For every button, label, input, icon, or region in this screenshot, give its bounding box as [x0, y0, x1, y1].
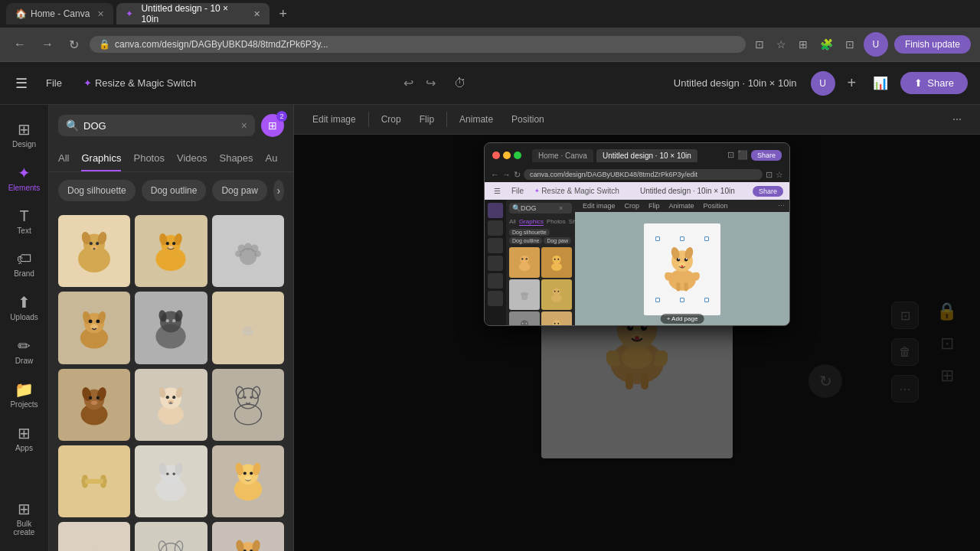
selection-handle-br[interactable]	[704, 298, 709, 302]
grid-item-8[interactable]	[135, 369, 207, 441]
flip-button[interactable]: Flip	[413, 111, 440, 128]
screen-cast-button[interactable]: ⊡	[842, 35, 858, 54]
undo-button[interactable]: ↩	[399, 73, 418, 93]
popup-grid-4[interactable]	[541, 279, 572, 310]
screen-share-button[interactable]: ⊡	[752, 35, 767, 54]
popup-addr-action-1[interactable]: ⊡	[766, 170, 773, 180]
popup-address-input[interactable]	[524, 169, 763, 180]
sidebar-item-design[interactable]: ⊞ Design	[5, 114, 44, 155]
add-user-button[interactable]: +	[843, 73, 861, 93]
tab-shapes[interactable]: Shapes	[219, 146, 253, 171]
sidebar-item-elements[interactable]: ✦ Elements	[5, 158, 44, 198]
magic-switch-button[interactable]: Resize & Magic Switch	[77, 74, 202, 92]
grid-item-13[interactable]	[58, 522, 130, 551]
chip-outline[interactable]: Dog outline	[142, 180, 207, 201]
chip-paw[interactable]: Dog paw	[212, 180, 266, 201]
timer-button[interactable]: ⏱	[449, 73, 471, 93]
crop-button[interactable]: Crop	[375, 111, 407, 128]
popup-sidebar-5[interactable]	[488, 273, 503, 289]
browser-avatar[interactable]: U	[864, 32, 888, 57]
grid-item-7[interactable]	[58, 369, 130, 441]
selection-handle-tl[interactable]	[655, 236, 660, 241]
popup-share-button[interactable]: Share	[753, 186, 783, 197]
popup-menu-button[interactable]: ☰	[491, 185, 504, 197]
popup-cat-all[interactable]: All	[509, 218, 516, 226]
popup-tab-home[interactable]: Home · Canva	[532, 149, 593, 162]
popup-selected-element[interactable]	[658, 239, 707, 300]
finish-update-button[interactable]: Finish update	[894, 35, 971, 54]
tab-photos[interactable]: Photos	[133, 146, 164, 171]
grid-item-3[interactable]	[212, 215, 284, 287]
design-tab-close[interactable]: ✕	[253, 9, 260, 19]
sidebar-item-brand[interactable]: 🏷 Brand	[5, 244, 44, 284]
filter-button[interactable]: ⊞ 2	[261, 114, 284, 137]
sidebar-item-uploads[interactable]: ⬆ Uploads	[5, 287, 44, 328]
analytics-button[interactable]: 📊	[868, 73, 893, 93]
puzzle-button[interactable]: 🧩	[817, 35, 836, 54]
popup-grid-6[interactable]	[541, 311, 572, 326]
search-clear-button[interactable]: ×	[241, 119, 247, 132]
chip-more-button[interactable]: ›	[273, 180, 284, 201]
popup-chip-2[interactable]: Dog outline	[509, 237, 542, 244]
tab-all[interactable]: All	[58, 146, 69, 171]
new-tab-button[interactable]: +	[273, 3, 293, 25]
edit-image-button[interactable]: Edit image	[306, 111, 362, 128]
grid-item-12[interactable]	[212, 445, 284, 517]
popup-addr-action-2[interactable]: ☆	[776, 170, 783, 180]
popup-forward[interactable]: →	[502, 170, 511, 179]
sidebar-item-apps[interactable]: ⊞ Apps	[5, 418, 44, 458]
popup-back[interactable]: ←	[491, 170, 499, 179]
popup-nav-2[interactable]: ⬛	[737, 150, 748, 161]
sidebar-item-text[interactable]: T Text	[5, 201, 44, 241]
popup-maximize-dot[interactable]	[514, 152, 521, 159]
popup-search-clear[interactable]: ×	[559, 204, 563, 212]
popup-close-dot[interactable]	[492, 152, 500, 159]
home-tab-close[interactable]: ✕	[97, 9, 104, 19]
file-button[interactable]: File	[40, 74, 68, 92]
popup-cat-photos[interactable]: Photos	[547, 218, 566, 226]
popup-flip[interactable]: Flip	[645, 201, 663, 210]
popup-grid-2[interactable]	[541, 247, 572, 278]
browser-tab-home[interactable]: 🏠 Home - Canva ✕	[6, 3, 113, 24]
popup-nav-1[interactable]: ⊡	[727, 150, 734, 161]
design-title[interactable]: Untitled design · 10in × 10in	[668, 74, 803, 92]
sidebar-item-bulk[interactable]: ⊞ Bulk create	[5, 494, 44, 543]
grid-item-4[interactable]	[58, 292, 130, 364]
popup-sidebar-1[interactable]	[488, 203, 503, 218]
popup-animate[interactable]: Animate	[666, 201, 697, 210]
grid-item-2[interactable]	[135, 215, 207, 287]
popup-grid-5[interactable]	[509, 311, 540, 326]
grid-item-11[interactable]	[135, 445, 207, 517]
grid-item-5[interactable]	[135, 292, 207, 364]
grid-item-14[interactable]	[135, 522, 207, 551]
share-button[interactable]: ⬆ Share	[900, 72, 968, 94]
tab-graphics[interactable]: Graphics	[81, 146, 121, 171]
sidebar-item-projects[interactable]: 📁 Projects	[5, 374, 44, 415]
popup-add-page[interactable]: + Add page	[661, 314, 704, 324]
tab-videos[interactable]: Videos	[177, 146, 207, 171]
popup-refresh[interactable]: ↻	[514, 170, 521, 180]
selection-handle-tr[interactable]	[704, 236, 709, 241]
browser-tab-design[interactable]: ✦ Untitled design - 10 × 10in ✕	[116, 3, 270, 24]
popup-cat-graphics[interactable]: Graphics	[519, 218, 544, 226]
popup-sidebar-4[interactable]	[488, 256, 503, 271]
animate-button[interactable]: Animate	[453, 111, 499, 128]
more-options-button[interactable]: ⋯	[946, 111, 968, 128]
refresh-button[interactable]: ↻	[64, 36, 83, 54]
popup-magic-button[interactable]: ✦ Resize & Magic Switch	[531, 185, 622, 197]
position-button[interactable]: Position	[505, 111, 550, 128]
extensions-button[interactable]: ⊞	[795, 35, 811, 54]
popup-sidebar-3[interactable]	[488, 238, 503, 253]
redo-button[interactable]: ↪	[421, 73, 440, 93]
popup-chip-3[interactable]: Dog paw	[544, 237, 571, 244]
back-button[interactable]: ←	[9, 36, 31, 53]
menu-button[interactable]: ☰	[12, 72, 31, 95]
popup-search-input[interactable]	[521, 204, 559, 212]
popup-share-header[interactable]: Share	[751, 150, 782, 161]
popup-position[interactable]: Position	[701, 201, 731, 210]
popup-grid-1[interactable]	[509, 247, 540, 278]
user-avatar[interactable]: U	[811, 71, 835, 96]
popup-sidebar-2[interactable]	[488, 220, 503, 236]
grid-item-9[interactable]	[212, 369, 284, 441]
popup-sidebar-6[interactable]	[488, 291, 503, 306]
